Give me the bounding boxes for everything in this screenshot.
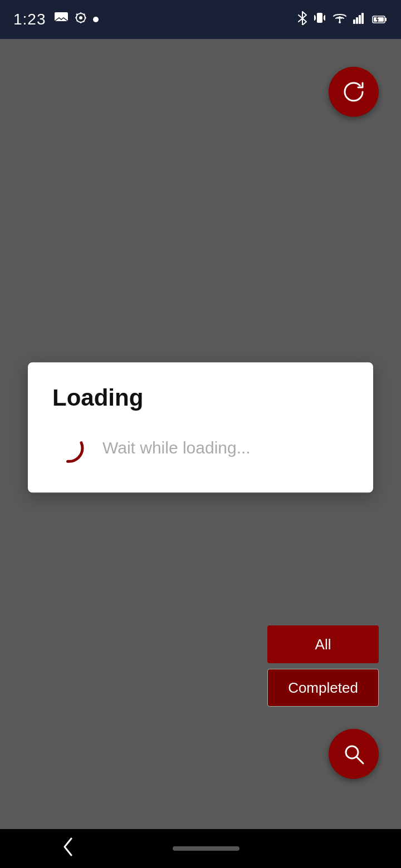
back-button[interactable] <box>56 831 80 867</box>
svg-rect-12 <box>317 13 322 23</box>
svg-rect-20 <box>359 15 361 24</box>
dialog-body: Wait while loading... <box>52 431 349 465</box>
svg-point-3 <box>79 16 82 19</box>
svg-rect-15 <box>315 16 316 19</box>
svg-rect-16 <box>324 16 324 19</box>
wifi-icon <box>332 11 348 28</box>
vibrate-icon <box>313 11 326 28</box>
filter-all-button[interactable]: All <box>267 625 379 663</box>
status-bar-left: 1:23 <box>13 11 99 28</box>
spinner-icon <box>52 431 86 465</box>
svg-rect-5 <box>80 22 81 23</box>
filter-buttons-container: All Completed <box>267 625 379 707</box>
battery-icon <box>372 15 388 24</box>
home-indicator[interactable] <box>173 846 239 851</box>
dialog-message: Wait while loading... <box>102 438 251 457</box>
svg-rect-19 <box>356 17 358 24</box>
svg-point-25 <box>56 435 82 461</box>
svg-point-17 <box>339 21 341 23</box>
svg-rect-13 <box>314 15 315 21</box>
sync-icon <box>341 80 366 104</box>
filter-completed-button[interactable]: Completed <box>267 669 379 707</box>
search-fab-button[interactable] <box>329 729 379 779</box>
message-icon <box>54 12 69 27</box>
svg-rect-23 <box>385 18 387 21</box>
status-time: 1:23 <box>13 11 46 28</box>
status-icons-right <box>297 11 388 28</box>
dialog-title: Loading <box>52 384 349 411</box>
bluetooth-icon <box>297 11 307 28</box>
svg-rect-4 <box>80 12 81 14</box>
svg-rect-6 <box>75 17 77 18</box>
search-icon <box>341 742 366 766</box>
svg-rect-24 <box>374 17 384 22</box>
main-content: Loading Wait while loading... All Comple… <box>0 39 401 829</box>
svg-rect-21 <box>361 13 364 24</box>
svg-rect-18 <box>353 19 355 24</box>
navigation-bar <box>0 829 401 868</box>
status-icons-left <box>54 11 99 28</box>
settings-icon <box>74 11 87 28</box>
loading-spinner <box>52 431 86 465</box>
svg-rect-7 <box>85 17 86 18</box>
svg-line-27 <box>356 757 363 763</box>
sync-fab-button[interactable] <box>329 67 379 117</box>
notification-dot-icon <box>93 17 99 22</box>
svg-rect-14 <box>324 15 325 21</box>
signal-icon <box>353 12 366 27</box>
loading-dialog: Loading Wait while loading... <box>28 362 373 492</box>
status-bar: 1:23 <box>0 0 401 39</box>
